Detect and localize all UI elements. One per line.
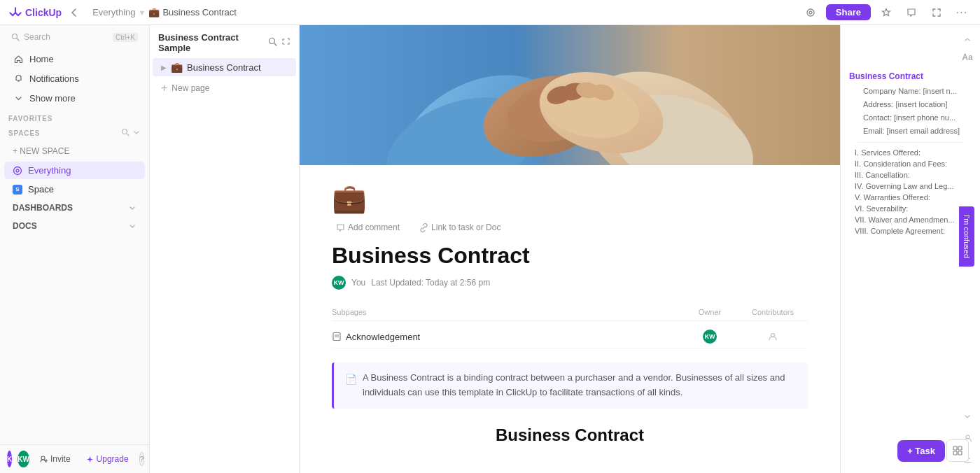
subpages-header: Subpages Owner Contributors: [332, 304, 808, 321]
focus-icon[interactable]: [801, 3, 820, 22]
sidebar-item-everything[interactable]: Everything: [4, 162, 145, 179]
new-page-button[interactable]: + New page: [153, 78, 296, 98]
feedback-tab[interactable]: I'm confused: [959, 206, 974, 267]
share-button[interactable]: Share: [826, 4, 871, 20]
outline-meta: Company Name: [insert n... Address: [ins…: [849, 85, 972, 136]
search-icon: [11, 33, 20, 41]
doc-tree-arrow: ▶: [161, 64, 167, 71]
author-avatar: KW: [332, 276, 346, 290]
svg-rect-32: [953, 446, 957, 450]
meta-contact[interactable]: Contact: [insert phone nu...: [858, 112, 963, 123]
sidebar-item-notifications[interactable]: Notifications: [4, 69, 145, 87]
task-button[interactable]: + Task: [897, 440, 945, 462]
doc-emoji-icon: 💼: [332, 183, 367, 213]
spaces-expand-icon[interactable]: [132, 128, 141, 139]
link-icon: [419, 223, 428, 232]
section-waiver[interactable]: VII. Waiver and Amendmen...: [849, 214, 972, 225]
section-fees[interactable]: II. Consideration and Fees:: [849, 158, 972, 169]
sidebar-item-show-more[interactable]: Show more: [4, 89, 145, 107]
expand-icon[interactable]: [927, 3, 946, 22]
sidebar-footer: K KW Invite Upgrade ?: [0, 444, 149, 473]
topbar: ClickUp Everything ▼ 💼 Business Contract…: [0, 0, 980, 25]
search-bar[interactable]: Search Ctrl+K: [4, 28, 145, 46]
dashboards-expand-icon: [128, 204, 136, 212]
scroll-down-icon[interactable]: [959, 409, 976, 425]
section-complete-agreement[interactable]: VIII. Complete Agreement:: [849, 225, 972, 236]
star-icon[interactable]: [876, 3, 896, 22]
home-icon: [13, 53, 24, 64]
section-warranties[interactable]: V. Warranties Offered:: [849, 192, 972, 203]
doc-search-icon[interactable]: [268, 37, 277, 48]
doc-icon-row: 💼: [332, 182, 808, 215]
sidebar-item-space[interactable]: S Space: [4, 181, 145, 198]
topbar-left: ClickUp Everything ▼ 💼 Business Contract: [8, 6, 237, 20]
space-icon: S: [13, 185, 22, 195]
search-shortcut: Ctrl+K: [113, 33, 138, 42]
section-severability[interactable]: VI. Severability:: [849, 203, 972, 214]
doc-icon: 📄: [345, 372, 357, 400]
breadcrumb: Everything ▼ 💼 Business Contract: [92, 7, 237, 17]
svg-point-5: [122, 129, 127, 134]
person-icon: [768, 332, 778, 341]
chat-icon[interactable]: [902, 3, 921, 22]
doc-sidebar-header: Business Contract Sample: [150, 25, 299, 57]
text-format-icon[interactable]: Aa: [959, 49, 976, 66]
doc-description-box: 📄 A Business Contract is a binding contr…: [332, 362, 808, 409]
subpage-name: Acknowledgement: [332, 332, 682, 342]
favorites-label: FAVORITES: [0, 108, 149, 125]
section-services[interactable]: I. Services Offered:: [849, 147, 972, 158]
scroll-up-icon[interactable]: [959, 31, 976, 48]
sparkle-icon: [86, 456, 94, 463]
main-content: 💼 Add comment Link to task or Doc Busine…: [300, 25, 840, 473]
svg-point-7: [14, 167, 22, 174]
outline-divider: [858, 142, 963, 143]
meta-email[interactable]: Email: [insert email address]: [858, 125, 963, 136]
docs-section[interactable]: DOCS: [4, 218, 145, 234]
owner-col-label: Owner: [682, 308, 738, 316]
subpage-contributors: [738, 332, 808, 341]
subpages-col-label: Subpages: [332, 308, 682, 316]
svg-line-3: [17, 38, 19, 41]
meta-address[interactable]: Address: [insert location]: [858, 99, 963, 110]
app-logo: ClickUp: [8, 6, 62, 20]
section-cancellation[interactable]: III. Cancellation:: [849, 169, 972, 181]
main-layout: Search Ctrl+K Home Notifications Show mo…: [0, 25, 980, 473]
more-icon[interactable]: ···: [952, 3, 972, 22]
subpages-section: Subpages Owner Contributors Acknowledgem…: [332, 304, 808, 348]
doc-expand-icon[interactable]: [281, 37, 290, 48]
sidebar-collapse-button[interactable]: [67, 6, 81, 20]
help-button[interactable]: ?: [139, 452, 145, 466]
page-icon: [332, 332, 342, 341]
spaces-section-header: SPACES: [0, 125, 149, 141]
svg-point-0: [807, 9, 814, 16]
arrow-down-icon: [13, 92, 24, 104]
breadcrumb-everything[interactable]: Everything: [92, 7, 135, 17]
person-add-icon: [40, 456, 48, 463]
grid-view-icon[interactable]: [946, 439, 969, 462]
upgrade-button[interactable]: Upgrade: [81, 452, 134, 466]
outline-title[interactable]: Business Contract: [849, 71, 972, 81]
subpage-row[interactable]: Acknowledgement KW: [332, 325, 808, 348]
section-governing-law[interactable]: IV. Governing Law and Leg...: [849, 181, 972, 192]
dashboards-section[interactable]: DASHBOARDS: [4, 199, 145, 216]
doc-tree-item-business-contract[interactable]: ▶ 💼 Business Contract: [153, 58, 296, 76]
breadcrumb-contract[interactable]: Business Contract: [162, 7, 237, 17]
link-task-button[interactable]: Link to task or Doc: [415, 220, 505, 234]
invite-button[interactable]: Invite: [35, 452, 76, 466]
spaces-search-icon[interactable]: [121, 128, 130, 139]
sidebar-item-home[interactable]: Home: [4, 50, 145, 68]
breadcrumb-icon: 💼: [148, 7, 160, 17]
contributors-col-label: Contributors: [738, 308, 808, 316]
svg-line-6: [127, 134, 129, 136]
add-comment-button[interactable]: Add comment: [332, 220, 404, 234]
new-space-button[interactable]: + NEW SPACE: [4, 143, 145, 160]
docs-expand-icon: [128, 222, 136, 230]
svg-line-13: [274, 43, 276, 45]
everything-icon: [13, 166, 22, 176]
avatar-kw: KW: [18, 451, 29, 467]
meta-company[interactable]: Company Name: [insert n...: [858, 85, 963, 97]
comment-icon: [336, 223, 345, 232]
doc-meta: KW You Last Updated: Today at 2:56 pm: [332, 276, 808, 290]
avatar-k: K: [7, 451, 12, 467]
svg-rect-33: [958, 446, 962, 450]
